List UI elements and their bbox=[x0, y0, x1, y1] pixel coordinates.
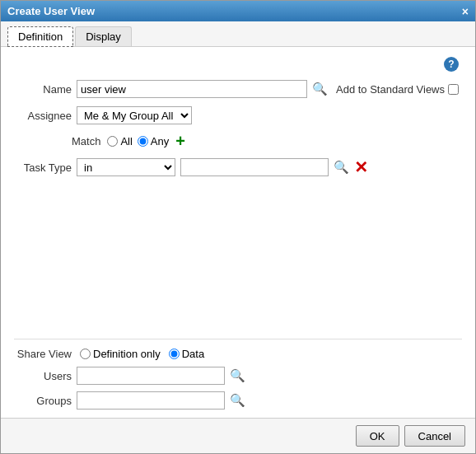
share-data-option: Data bbox=[169, 348, 204, 360]
share-view-label: Share View bbox=[14, 348, 72, 360]
help-icon[interactable]: ? bbox=[444, 57, 459, 72]
ok-button[interactable]: OK bbox=[356, 425, 399, 447]
match-row: Match All Any + bbox=[14, 133, 462, 149]
assignee-label: Assignee bbox=[14, 110, 72, 122]
name-row: Name 🔍 Add to Standard Views bbox=[14, 80, 462, 98]
users-label: Users bbox=[14, 370, 72, 382]
users-search-icon[interactable]: 🔍 bbox=[230, 368, 245, 383]
groups-label: Groups bbox=[14, 395, 72, 407]
help-icon-row: ? bbox=[14, 55, 462, 72]
match-all-option: All bbox=[107, 135, 132, 147]
match-all-label: All bbox=[120, 135, 132, 147]
users-row: Users 🔍 bbox=[14, 367, 462, 385]
dialog-footer: OK Cancel bbox=[1, 418, 475, 453]
task-type-row: Task Type in not in = != 🔍 ✕ bbox=[14, 157, 462, 177]
name-label: Name bbox=[14, 83, 72, 96]
cancel-button[interactable]: Cancel bbox=[404, 425, 465, 447]
add-to-standard-label: Add to Standard Views bbox=[336, 83, 445, 96]
match-any-option: Any bbox=[138, 135, 169, 147]
share-data-radio[interactable] bbox=[169, 349, 180, 359]
match-all-radio[interactable] bbox=[107, 136, 118, 147]
users-groups-section: Users 🔍 Groups 🔍 bbox=[14, 367, 462, 410]
task-type-label: Task Type bbox=[14, 161, 72, 174]
assignee-select[interactable]: Me & My Group All Me My Group All bbox=[77, 106, 192, 124]
name-input[interactable] bbox=[77, 80, 307, 98]
match-label: Match bbox=[72, 135, 100, 147]
task-search-icon[interactable]: 🔍 bbox=[334, 160, 349, 175]
tab-bar: Definition Display bbox=[1, 21, 475, 47]
groups-input[interactable] bbox=[77, 391, 225, 410]
tab-display[interactable]: Display bbox=[75, 26, 132, 46]
match-any-label: Any bbox=[151, 135, 169, 147]
add-to-standard-row: Add to Standard Views bbox=[336, 83, 459, 96]
match-any-radio[interactable] bbox=[138, 136, 148, 147]
task-type-select[interactable]: in not in = != bbox=[77, 158, 175, 176]
create-user-view-dialog: Create User View × Definition Display ? … bbox=[0, 0, 476, 454]
match-radio-group: All Any bbox=[107, 135, 169, 147]
share-view-row: Share View Definition only Data bbox=[14, 348, 462, 360]
groups-search-icon[interactable]: 🔍 bbox=[230, 393, 245, 408]
add-to-standard-checkbox[interactable] bbox=[448, 84, 459, 95]
close-button[interactable]: × bbox=[462, 6, 469, 17]
groups-row: Groups 🔍 bbox=[14, 391, 462, 410]
share-def-only-label: Definition only bbox=[93, 348, 161, 360]
task-remove-button[interactable]: ✕ bbox=[354, 157, 368, 177]
users-input[interactable] bbox=[77, 367, 225, 385]
definition-tab-body: ? Name 🔍 Add to Standard Views Assignee … bbox=[1, 47, 475, 418]
share-section: Share View Definition only Data bbox=[14, 339, 462, 410]
task-value-input[interactable] bbox=[180, 158, 329, 176]
add-condition-button[interactable]: + bbox=[175, 133, 185, 149]
dialog-title: Create User View bbox=[7, 5, 95, 17]
dialog-titlebar: Create User View × bbox=[1, 1, 475, 21]
share-def-only-radio[interactable] bbox=[80, 349, 91, 359]
share-data-label: Data bbox=[182, 348, 204, 360]
dialog-content: Definition Display ? Name 🔍 Add to Stand… bbox=[1, 21, 475, 418]
share-radio-group: Definition only Data bbox=[80, 348, 204, 360]
tab-definition[interactable]: Definition bbox=[7, 26, 73, 47]
name-search-icon[interactable]: 🔍 bbox=[312, 82, 328, 96]
assignee-row: Assignee Me & My Group All Me My Group A… bbox=[14, 106, 462, 124]
share-def-only-option: Definition only bbox=[80, 348, 161, 360]
